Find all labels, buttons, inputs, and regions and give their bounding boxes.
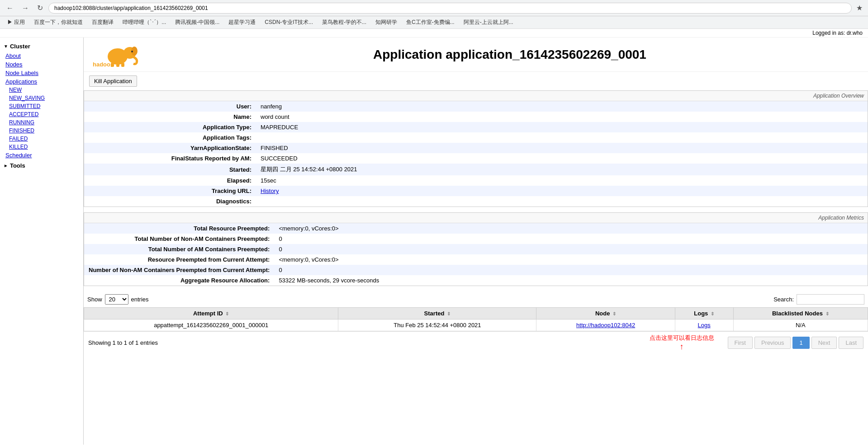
sidebar-sublink-running[interactable]: RUNNING	[4, 118, 83, 127]
sidebar-sublinks: NEWNEW_SAVINGSUBMITTEDACCEPTEDRUNNINGFIN…	[0, 86, 83, 151]
metrics-label-1: Total Number of Non-AM Containers Preemp…	[84, 234, 274, 244]
sort-icon-2: ⇕	[611, 311, 616, 316]
sidebar-sublink-failed[interactable]: FAILED	[4, 135, 83, 143]
metrics-label-0: Total Resource Preempted:	[84, 223, 274, 234]
address-bar[interactable]	[48, 3, 852, 14]
metrics-label-2: Total Number of AM Containers Preempted:	[84, 244, 274, 254]
col-header-1[interactable]: Started ⇕	[338, 308, 536, 319]
hadoop-logo: hadoop	[93, 42, 152, 67]
overview-label-4: YarnApplicationState:	[84, 143, 256, 153]
metrics-label-4: Number of Non-AM Containers Preempted fr…	[84, 265, 274, 275]
overview-value-1: word count	[256, 112, 868, 122]
sidebar-sublink-new_saving[interactable]: NEW_SAVING	[4, 94, 83, 102]
content-area: hadoop Application application_161423560…	[84, 38, 868, 445]
overview-label-7: Elapsed:	[84, 175, 256, 186]
bookmark-item[interactable]: ▶ 应用	[4, 18, 28, 27]
current-page-button[interactable]: 1	[792, 337, 809, 349]
bookmark-runoob[interactable]: 菜鸟教程-学的不...	[318, 18, 370, 27]
overview-label-0: User:	[84, 101, 256, 112]
metrics-title: Application Metrics	[84, 213, 868, 223]
bookmark-chaoxing[interactable]: 超星学习通	[225, 18, 259, 27]
sidebar-sublink-accepted[interactable]: ACCEPTED	[4, 110, 83, 118]
sidebar-sublink-killed[interactable]: KILLED	[4, 143, 83, 151]
bookmark-fanyi[interactable]: 百度翻译	[88, 18, 117, 27]
annotation-text: 点击这里可以看日志信息 ↑	[650, 334, 714, 352]
entries-label: entries	[131, 296, 149, 303]
svg-point-3	[131, 51, 133, 52]
sidebar-cluster-header[interactable]: ▼ Cluster	[0, 41, 83, 52]
bookmark-csdn[interactable]: CSDN-专业IT技术...	[261, 18, 317, 27]
overview-section: Application Overview User:nanfengName:wo…	[84, 90, 868, 207]
overview-value-2: MAPREDUCE	[256, 122, 868, 132]
next-page-button[interactable]: Next	[811, 337, 837, 349]
kill-application-button[interactable]: Kill Application	[89, 75, 137, 87]
search-label: Search:	[773, 296, 794, 303]
bookmark-baidu[interactable]: 百度一下，你就知道	[30, 18, 86, 27]
overview-label-5: FinalStatus Reported by AM:	[84, 153, 256, 164]
table-footer: Showing 1 to 1 of 1 entries 点击这里可以看日志信息 …	[84, 331, 868, 354]
metrics-label-5: Aggregate Resource Allocation:	[84, 275, 274, 286]
previous-page-button[interactable]: Previous	[754, 337, 791, 349]
col-header-2[interactable]: Node ⇕	[536, 308, 675, 319]
overview-label-6: Started:	[84, 164, 256, 175]
attempt-node[interactable]: http://hadoop102:8042	[536, 319, 675, 331]
bookmark-star-icon[interactable]: ★	[854, 3, 864, 13]
sidebar-tools-header[interactable]: ► Tools	[0, 160, 83, 172]
bookmark-aliyun[interactable]: 阿里云-上云就上阿...	[460, 18, 517, 27]
sidebar-item-node-labels[interactable]: Node Labels	[0, 69, 83, 77]
sidebar-sublink-finished[interactable]: FINISHED	[4, 127, 83, 135]
overview-label-3: Application Tags:	[84, 132, 256, 143]
col-header-3[interactable]: Logs ⇕	[675, 308, 733, 319]
overview-value-5: SUCCEEDED	[256, 153, 868, 164]
show-select[interactable]: 20 10 50 100	[105, 294, 128, 305]
search-input[interactable]	[797, 294, 864, 305]
tools-label: Tools	[10, 162, 25, 169]
tracking-url-link[interactable]: History	[261, 188, 279, 194]
attempt-logs[interactable]: Logs	[675, 319, 733, 331]
sidebar: ▼ Cluster About Nodes Node Labels Applic…	[0, 38, 84, 445]
overview-value-6: 星期四 二月 25 14:52:44 +0800 2021	[256, 164, 868, 175]
search-area: Search:	[773, 294, 864, 305]
forward-button[interactable]: →	[19, 3, 32, 13]
refresh-button[interactable]: ↻	[34, 3, 46, 13]
overview-value-0: nanfeng	[256, 101, 868, 112]
sort-icon-4: ⇕	[824, 311, 829, 316]
sidebar-item-about[interactable]: About	[0, 52, 83, 60]
last-page-button[interactable]: Last	[839, 337, 863, 349]
cluster-triangle-icon: ▼	[4, 44, 8, 49]
attempt-id: appattempt_1614235602269_0001_000001	[84, 319, 338, 331]
svg-rect-5	[116, 63, 119, 67]
overview-value-4: FINISHED	[256, 143, 868, 153]
sidebar-item-applications[interactable]: Applications	[0, 77, 83, 86]
overview-label-8: Tracking URL:	[84, 186, 256, 196]
logs-link[interactable]: Logs	[698, 322, 711, 329]
first-page-button[interactable]: First	[728, 337, 753, 349]
attempts-table: Attempt ID ⇕Started ⇕Node ⇕Logs ⇕Blackli…	[84, 307, 868, 331]
col-header-0[interactable]: Attempt ID ⇕	[84, 308, 338, 319]
metrics-table: Total Resource Preempted:<memory:0, vCor…	[84, 223, 868, 286]
overview-value-8[interactable]: History	[256, 186, 868, 196]
table-controls: Show 20 10 50 100 entries Search:	[84, 291, 868, 307]
bookmark-tencent[interactable]: 腾讯视频-中国领...	[171, 18, 223, 27]
node-link[interactable]: http://hadoop102:8042	[576, 322, 635, 329]
metrics-value-1: 0	[274, 234, 868, 244]
col-header-4[interactable]: Blacklisted Nodes ⇕	[733, 308, 868, 319]
attempt-started: Thu Feb 25 14:52:44 +0800 2021	[338, 319, 536, 331]
table-row: appattempt_1614235602269_0001_000001Thu …	[84, 319, 868, 331]
metrics-value-2: 0	[274, 244, 868, 254]
sidebar-item-nodes[interactable]: Nodes	[0, 60, 83, 69]
pagination-buttons: First Previous 1 Next Last	[728, 337, 863, 349]
main-layout: ▼ Cluster About Nodes Node Labels Applic…	[0, 38, 868, 445]
bookmark-bilibili[interactable]: 哔哩哔哩（`･´）...	[119, 18, 170, 27]
sidebar-item-scheduler[interactable]: Scheduler	[0, 151, 83, 160]
svg-text:hadoop: hadoop	[93, 61, 114, 67]
overview-value-7: 15sec	[256, 175, 868, 186]
overview-title: Application Overview	[84, 91, 868, 101]
overview-label-1: Name:	[84, 112, 256, 122]
bookmark-fishc[interactable]: 鱼C工作室-免费编...	[403, 18, 458, 27]
back-button[interactable]: ←	[4, 3, 16, 13]
bookmark-cnki[interactable]: 知网研学	[372, 18, 401, 27]
sidebar-sublink-new[interactable]: NEW	[4, 86, 83, 94]
sidebar-sublink-submitted[interactable]: SUBMITTED	[4, 102, 83, 110]
logged-in-text: Logged in as: dr.who	[812, 30, 863, 36]
